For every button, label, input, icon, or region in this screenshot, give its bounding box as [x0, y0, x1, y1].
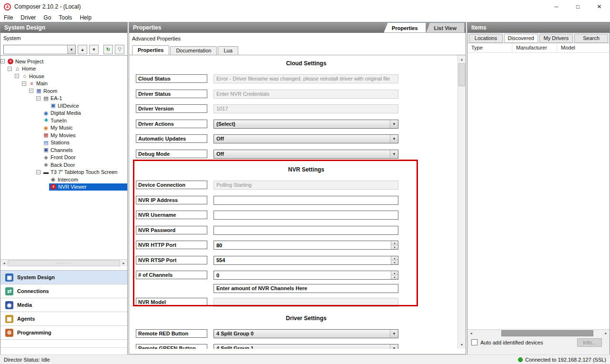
scroll-up-icon[interactable]: ▴ — [458, 55, 466, 63]
collapse-icon[interactable]: − — [36, 170, 41, 174]
prop-row-nvr-model: NVR Model — [129, 295, 458, 310]
scrollbar-thumb[interactable] — [501, 330, 593, 336]
tree-item-channels[interactable]: ▣Channels — [0, 146, 127, 154]
minimize-button[interactable]: ─ — [546, 0, 567, 13]
tab-lua[interactable]: Lua — [218, 46, 238, 55]
tab-documentation[interactable]: Documentation — [170, 46, 217, 55]
prop-input-nvr-username[interactable] — [214, 211, 398, 220]
chevron-down-icon[interactable]: ▾ — [67, 45, 75, 54]
tab-properties[interactable]: Properties — [132, 45, 169, 55]
prop-input-nvr-rtsp-port[interactable] — [214, 256, 391, 264]
menu-item-go[interactable]: Go — [40, 14, 55, 21]
scrollbar-thumb[interactable] — [458, 63, 465, 86]
column-header-model[interactable]: Model — [557, 43, 610, 52]
items-tab-discovered[interactable]: Discovered — [504, 34, 538, 43]
tree-item-content: ▦Room — [35, 87, 127, 95]
tree-item-uidevice[interactable]: ▣UIDevice — [0, 102, 127, 110]
chevron-down-icon[interactable]: ▾ — [390, 344, 398, 349]
prop-dropdown-debug-mode[interactable]: Off▾ — [214, 150, 398, 159]
tree-item-my-music[interactable]: ◉My Music — [0, 124, 127, 132]
scroll-left-icon[interactable]: ◂ — [0, 260, 8, 267]
prop-spinner-nvr-rtsp-port: ▴▾ — [214, 256, 398, 265]
nav-item-connections[interactable]: ⇄Connections — [0, 284, 127, 298]
prop-input-of-channels[interactable] — [214, 271, 391, 279]
close-button[interactable]: ✕ — [589, 0, 610, 13]
properties-vertical-scrollbar[interactable]: ▴ ▾ — [458, 55, 466, 349]
refresh-button[interactable]: ↻ — [103, 45, 113, 54]
spin-up-icon[interactable]: ▴ — [391, 271, 398, 275]
tree-item-home[interactable]: −⌂Home — [0, 65, 127, 73]
collapse-icon[interactable]: − — [22, 81, 26, 86]
nav-item-system-design[interactable]: ▣System Design — [0, 271, 127, 284]
items-tab-my-drivers[interactable]: My Drivers — [539, 34, 573, 43]
column-header-type[interactable]: Type — [468, 43, 512, 52]
view-tab-properties[interactable]: Properties — [384, 22, 426, 33]
chevron-down-icon[interactable]: ▾ — [390, 330, 398, 338]
items-tab-search[interactable]: Search — [574, 34, 608, 43]
scrollbar-thumb[interactable]: ······· — [8, 260, 120, 266]
tree-item-back-door[interactable]: ◆Back Door — [0, 161, 127, 169]
tree-item-house[interactable]: −⌂House — [0, 72, 127, 80]
tree-item-my-movies[interactable]: ▦My Movies — [0, 131, 127, 139]
info-button[interactable]: Info... — [577, 338, 602, 347]
items-horizontal-scrollbar[interactable]: ◂ ▸ — [468, 329, 610, 336]
menu-item-help[interactable]: Help — [76, 14, 95, 21]
dropdown-value: 4 Split Group 1 — [214, 344, 390, 349]
spin-up-icon[interactable]: ▴ — [391, 256, 398, 261]
tree-item-ea-1[interactable]: −▤EA-1 — [0, 95, 127, 102]
collapse-icon[interactable]: − — [0, 59, 5, 63]
filter-button[interactable]: ▽ — [115, 45, 124, 54]
tree-item-new-project[interactable]: −4New Project — [0, 58, 127, 65]
spin-up-icon[interactable]: ▴ — [391, 241, 398, 245]
system-search-combobox[interactable]: ▾ — [3, 45, 76, 54]
tree-item-stations[interactable]: ▤Stations — [0, 139, 127, 147]
maximize-button[interactable]: □ — [567, 0, 589, 13]
tree-item-tunein[interactable]: ✚TuneIn — [0, 117, 127, 124]
collapse-icon[interactable]: − — [8, 67, 12, 71]
spin-down-icon[interactable]: ▾ — [391, 261, 398, 264]
collapse-icon[interactable]: − — [15, 74, 19, 78]
prop-input-nvr-password[interactable] — [214, 226, 398, 235]
prop-dropdown-automatic-updates[interactable]: Off▾ — [214, 134, 398, 143]
column-header-manufacturer[interactable]: Manufacturer — [512, 43, 557, 52]
media-icon: ◉ — [5, 301, 13, 309]
prop-input-nvr-ip-address[interactable] — [214, 196, 398, 205]
tree-item-nvr-viewer[interactable]: 4NVR Viewer — [0, 183, 127, 191]
move-down-button[interactable]: ▾ — [89, 45, 99, 54]
tree-item-intercom[interactable]: ◉Intercom — [0, 176, 127, 183]
items-tab-locations[interactable]: Locations — [469, 34, 503, 43]
prop-dropdown-driver-actions[interactable]: (Select)▾ — [214, 120, 398, 129]
tree-item-t3-7-tabletop-touch-screen[interactable]: −▬T3 7" Tabletop Touch Screen — [0, 169, 127, 176]
spin-down-icon[interactable]: ▾ — [391, 275, 398, 279]
move-up-button[interactable]: ▴ — [78, 45, 87, 54]
auto-add-checkbox[interactable] — [471, 339, 478, 345]
tree-item-main[interactable]: −≡Main — [0, 80, 127, 88]
tree-horizontal-scrollbar[interactable]: ◂ ······· ▸ — [0, 259, 127, 266]
tree-item-digital-media[interactable]: ◉Digital Media — [0, 110, 127, 117]
collapse-icon[interactable]: − — [36, 96, 41, 101]
combobox-value — [4, 45, 67, 54]
chevron-down-icon[interactable]: ▾ — [390, 120, 398, 128]
panel-splitter[interactable] — [0, 266, 127, 270]
scroll-right-icon[interactable]: ▸ — [120, 260, 127, 267]
prop-input-nvr-http-port[interactable] — [214, 241, 391, 249]
prop-dropdown-remote-green-button[interactable]: 4 Split Group 1▾ — [214, 344, 398, 349]
tree-item-room[interactable]: −▦Room — [0, 87, 127, 95]
view-tab-list-view[interactable]: List View — [426, 22, 465, 33]
chevron-down-icon[interactable]: ▾ — [390, 150, 398, 158]
nav-item-media[interactable]: ◉Media — [0, 298, 127, 312]
collapse-icon[interactable]: − — [29, 89, 33, 93]
scroll-left-icon[interactable]: ◂ — [468, 330, 475, 337]
chevron-down-icon[interactable]: ▾ — [390, 135, 398, 143]
prop-dropdown-remote-red-button[interactable]: 4 Split Group 0▾ — [214, 329, 398, 338]
menu-item-driver[interactable]: Driver — [17, 14, 40, 21]
nav-item-agents[interactable]: ▦Agents — [0, 312, 127, 326]
scroll-down-icon[interactable]: ▾ — [458, 341, 466, 349]
menu-item-tools[interactable]: Tools — [55, 14, 76, 21]
scroll-right-icon[interactable]: ▸ — [602, 330, 610, 337]
prop-value-driver-status: Enter NVR Credentials — [214, 90, 398, 99]
nav-item-programming[interactable]: ⚙Programming — [0, 326, 127, 340]
spin-down-icon[interactable]: ▾ — [391, 245, 398, 249]
menu-item-file[interactable]: File — [0, 14, 17, 21]
tree-item-front-door[interactable]: ◆Front Door — [0, 154, 127, 162]
